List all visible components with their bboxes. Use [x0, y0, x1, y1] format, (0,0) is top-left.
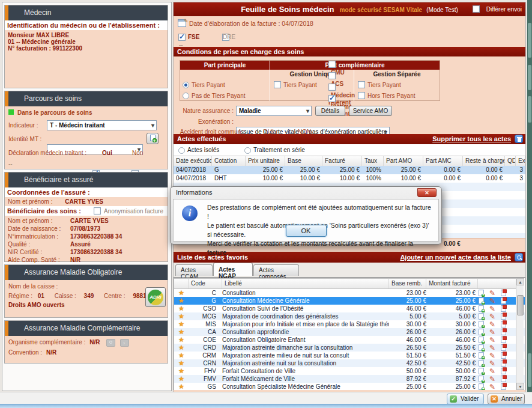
edit-pencil-icon[interactable]: ✎: [489, 368, 495, 374]
medecin-referent-checkbox[interactable]: [328, 84, 336, 91]
service-amo-button[interactable]: Service AMO: [349, 106, 392, 116]
favoris-row[interactable]: ★FMVForfait Médicament de Ville87.92 €87…: [174, 375, 525, 383]
actes-col-header[interactable]: Base: [285, 156, 322, 166]
organisme-search-button[interactable]: [106, 339, 115, 347]
adri-button[interactable]: ADRI: [145, 287, 166, 307]
remove-doc-icon[interactable]: [501, 297, 506, 303]
favoris-row[interactable]: ★MCGMajoration de coordination des génér…: [174, 312, 525, 320]
close-icon[interactable]: ✕: [417, 188, 437, 197]
star-icon[interactable]: ★: [178, 320, 184, 327]
favoris-row[interactable]: ★CRMMajoration astreinte milieu de nuit …: [174, 352, 525, 359]
tab-actes-ngap[interactable]: Actes NGAP: [213, 263, 253, 276]
edit-pencil-icon[interactable]: ✎: [489, 290, 495, 296]
add-to-invoice-icon[interactable]: [479, 383, 484, 389]
edit-pencil-icon[interactable]: ✎: [489, 306, 495, 312]
victime-attentat-checkbox[interactable]: [328, 95, 336, 102]
indicateur-select[interactable]: T - Médecin traitant: [47, 120, 157, 130]
acs-checkbox[interactable]: [328, 72, 336, 79]
ok-button[interactable]: OK: [286, 225, 327, 237]
add-to-invoice-icon[interactable]: [479, 360, 484, 366]
edit-pencil-icon[interactable]: ✎: [489, 337, 495, 343]
actes-col-header[interactable]: Part AMC: [423, 156, 463, 166]
add-to-invoice-icon[interactable]: [479, 344, 484, 350]
trash-icon[interactable]: [515, 135, 523, 143]
favoris-row[interactable]: ★FHVForfait Consultation de Ville50.00 €…: [174, 367, 525, 375]
add-to-invoice-icon[interactable]: [479, 321, 484, 327]
add-to-invoice-icon[interactable]: [479, 297, 484, 303]
star-icon[interactable]: ★: [178, 297, 184, 304]
calendar-icon[interactable]: ✎: [178, 19, 186, 27]
pas-tiers-payant-radio[interactable]: [183, 93, 189, 99]
favoris-row[interactable]: ★CAConsultation approfondie26.00 €26.00 …: [174, 328, 525, 336]
favoris-row[interactable]: ★CRNMajoration astreinte nuit sur la con…: [174, 359, 525, 367]
remove-doc-icon[interactable]: [501, 305, 506, 311]
actes-col-header[interactable]: Exo: [516, 156, 525, 166]
gu-tiers-payant-checkbox[interactable]: [274, 81, 281, 88]
actes-isoles-radio[interactable]: [178, 147, 185, 154]
remove-doc-icon[interactable]: [501, 368, 506, 374]
favoris-row[interactable]: ★GConsultation Médecine Générale25.00 €2…: [174, 297, 525, 305]
window-scrollbar[interactable]: [527, 0, 532, 392]
scroll-thumb[interactable]: [517, 295, 524, 315]
remove-doc-icon[interactable]: [501, 290, 506, 296]
remove-doc-icon[interactable]: [501, 321, 506, 327]
tiers-payant-radio[interactable]: [183, 82, 189, 88]
star-icon[interactable]: ★: [178, 289, 184, 296]
fse-checkbox[interactable]: [178, 34, 186, 41]
search-acte-icon[interactable]: [515, 253, 523, 261]
acte-row[interactable]: 04/07/2018DHT10.00 €10.00 €10.00 €100%10…: [174, 174, 525, 183]
nature-assurance-select[interactable]: Maladie: [236, 106, 312, 116]
add-mt-button[interactable]: [147, 133, 159, 144]
star-icon[interactable]: ★: [178, 367, 184, 374]
favoris-row[interactable]: ★MISMajoration pour info Initiale et mis…: [174, 320, 525, 328]
actes-col-header[interactable]: Facturé: [322, 156, 362, 166]
star-icon[interactable]: ★: [178, 352, 184, 359]
differer-checkbox[interactable]: [473, 5, 480, 13]
star-icon[interactable]: ★: [178, 312, 184, 320]
actes-col-header[interactable]: Prix unitaire: [246, 156, 285, 166]
tab-actes-composes[interactable]: Actes composés: [253, 264, 299, 276]
add-to-invoice-icon[interactable]: [479, 305, 484, 311]
add-to-invoice-icon[interactable]: [479, 336, 484, 343]
edit-pencil-icon[interactable]: ✎: [489, 298, 495, 304]
actes-col-header[interactable]: Date exécution: [174, 156, 212, 166]
add-to-invoice-icon[interactable]: [479, 313, 484, 319]
scroll-down-icon[interactable]: ▼: [516, 383, 524, 390]
edit-pencil-icon[interactable]: ✎: [489, 384, 495, 390]
add-to-invoice-icon[interactable]: [479, 329, 484, 335]
actes-col-header[interactable]: QD: [505, 156, 516, 166]
actes-col-header[interactable]: Reste à charge: [463, 156, 505, 166]
remove-doc-icon[interactable]: [501, 360, 506, 366]
star-icon[interactable]: ★: [178, 375, 184, 382]
anonymisation-checkbox[interactable]: [94, 207, 101, 215]
star-icon[interactable]: ★: [178, 328, 184, 335]
star-icon[interactable]: ★: [178, 336, 184, 343]
remove-doc-icon[interactable]: [501, 376, 506, 382]
star-icon[interactable]: ★: [178, 359, 184, 367]
gs-tiers-payant-checkbox[interactable]: [358, 81, 365, 88]
actes-col-header[interactable]: Cotation: [212, 156, 246, 166]
remove-doc-icon[interactable]: [501, 344, 506, 350]
favoris-row[interactable]: ★COEConsultation Obligatoire Enfant46.00…: [174, 336, 525, 344]
favoris-row[interactable]: ★CConsultation23.00 €23.00 €✎: [174, 289, 525, 297]
edit-pencil-icon[interactable]: ✎: [489, 314, 495, 320]
organisme-clear-button[interactable]: ›: [120, 339, 129, 347]
annuler-button[interactable]: ✕ Annuler: [488, 394, 525, 404]
remove-doc-icon[interactable]: [501, 313, 506, 319]
favoris-scrollbar[interactable]: ▲ ▼: [516, 278, 524, 390]
edit-pencil-icon[interactable]: ✎: [489, 329, 495, 335]
actes-col-header[interactable]: Taux: [362, 156, 384, 166]
edit-pencil-icon[interactable]: ✎: [489, 321, 495, 327]
hors-tiers-payant-checkbox[interactable]: [358, 92, 365, 99]
remove-doc-icon[interactable]: [501, 336, 506, 343]
actes-col-header[interactable]: Part AMO: [384, 156, 423, 166]
favoris-row[interactable]: ★CSOConsultation Suivi de l'Obésité46.00…: [174, 305, 525, 312]
delete-all-actes-link[interactable]: Supprimer tous les actes: [432, 134, 511, 144]
add-to-invoice-icon[interactable]: [479, 290, 484, 296]
favoris-row[interactable]: ★CRDMajoration astreinte dimanche sur la…: [174, 344, 525, 352]
remove-doc-icon[interactable]: [501, 383, 506, 389]
star-icon[interactable]: ★: [178, 305, 184, 312]
scroll-up-icon[interactable]: ▲: [516, 278, 524, 285]
cmu-checkbox[interactable]: [328, 61, 336, 68]
traitement-serie-radio[interactable]: [244, 147, 251, 154]
